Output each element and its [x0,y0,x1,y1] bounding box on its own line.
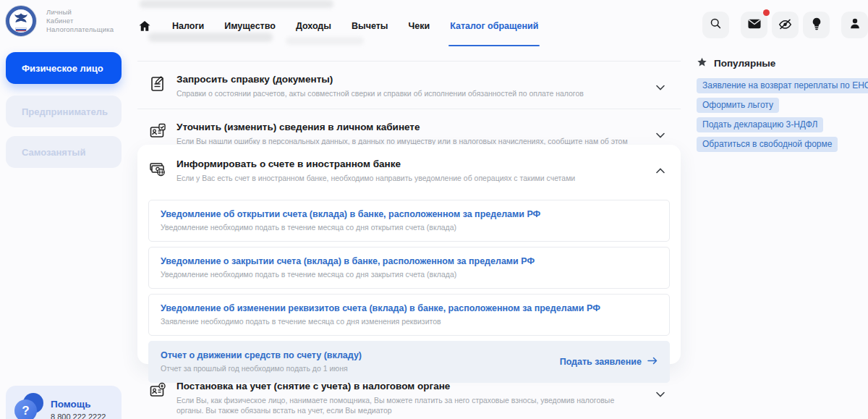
id-card-plus-icon [148,381,167,400]
blurred-text-placeholder [286,37,364,45]
accordion-desc: Если у Вас есть счет в иностранном банке… [176,173,634,183]
profile-individual-button[interactable]: Физическое лицо [6,52,122,84]
popular-link-3ndfl[interactable]: Подать декларацию 3-НДФЛ [697,117,823,132]
blurred-text-placeholder [140,0,333,8]
accordion-tax-registration[interactable]: Постановка на учет (снятие с учета) в на… [137,368,681,419]
hide-amounts-button[interactable] [772,12,799,38]
help-texts: Помощь 8 800 222 2222 [51,393,106,419]
profile-selfemployed-button[interactable]: Самозанятый [6,136,122,168]
chevron-up-icon[interactable] [656,164,665,177]
chevron-down-icon[interactable] [656,80,665,93]
tab-income[interactable]: Доходы [296,21,331,31]
subitem-title: Уведомление об изменении реквизитов счет… [161,303,658,313]
popular-link-benefit[interactable]: Оформить льготу [697,98,779,113]
accordion-body: Уточнить (изменить) сведения в личном ка… [176,122,663,146]
accordion-title: Запросить справку (документы) [176,74,634,85]
popular-header: Популярные [697,57,861,69]
profile-button[interactable] [841,12,868,38]
catalog-list: Запросить справку (документы) Справки о … [137,61,681,156]
fns-emblem-icon [6,6,36,36]
accordion-title: Уточнить (изменить) сведения в личном ка… [176,122,634,132]
subitem-title: Отчет о движении средств по счету (вклад… [161,350,560,360]
money-globe-icon [148,159,167,178]
help-title: Помощь [51,399,106,410]
popular-title: Популярные [714,58,775,69]
mail-icon [748,19,761,32]
arrow-right-icon [647,357,658,367]
chevron-down-icon[interactable] [656,387,665,400]
popular-link-free-form[interactable]: Обратиться в свободной форме [697,137,838,152]
tab-receipts[interactable]: Чеки [409,21,430,31]
accordion-foreign-bank-header[interactable]: Информировать о счете в иностранном банк… [137,145,681,193]
subitem-account-requisites[interactable]: Уведомление об изменении реквизитов счет… [148,294,670,336]
blurred-text-placeholder [148,33,273,42]
home-icon[interactable] [137,19,152,33]
submit-application-label: Подать заявление [560,357,642,367]
tab-catalog-active[interactable]: Каталог обращений [450,21,538,31]
submit-application-link[interactable]: Подать заявление [560,357,658,367]
star-icon [697,57,707,69]
profile-icon [849,17,861,33]
popular-link-ens-refund[interactable]: Заявление на возврат переплаты по ЕНС [697,78,868,93]
search-button[interactable] [702,12,729,38]
accordion-desc: Если Вы, как физическое лицо, нанимаете … [176,395,634,415]
tab-taxes[interactable]: Налоги [172,21,204,31]
search-icon [710,17,722,33]
popular-panel: Популярные Заявление на возврат переплат… [697,57,861,152]
id-card-check-icon [148,122,167,141]
subitem-account-close[interactable]: Уведомление о закрытии счета (вклада) в … [148,247,670,289]
accordion-title: Информировать о счете в иностранном банк… [176,158,634,169]
accordion-body: Постановка на учет (снятие с учета) в на… [176,381,663,415]
subitem-desc: Уведомление необходимо подать в течение … [161,223,658,232]
document-pen-icon [148,75,167,93]
subitem-title: Уведомление об открытии счета (вклада) в… [161,209,658,219]
help-widget[interactable]: ? Помощь 8 800 222 2222 [6,386,122,419]
accordion-foreign-bank-expanded: Информировать о счете в иностранном банк… [137,145,681,364]
help-question-icon: ? [14,393,43,419]
accordion-body: Запросить справку (документы) Справки о … [176,74,663,98]
foreign-bank-sublist: Уведомление об открытии счета (вклада) в… [148,200,670,383]
accordion-desc: Справки о состоянии расчетов, акты совме… [176,88,634,98]
top-navigation: Налоги Имущество Доходы Вычеты Чеки Ката… [137,19,538,33]
accordion-request-certificate[interactable]: Запросить справку (документы) Справки о … [137,62,681,109]
app-logo[interactable]: Личный Кабинет Налогоплательщика [6,6,114,36]
accordion-body: Информировать о счете в иностранном банк… [176,158,663,183]
subitem-account-open[interactable]: Уведомление об открытии счета (вклада) в… [148,200,670,242]
profile-selfemployed-label: Самозанятый [22,147,85,158]
notification-dot [763,9,770,16]
subitem-desc: Заявление необходимо подать в течение ме… [161,317,658,326]
chevron-down-icon[interactable] [656,128,665,141]
profile-individual-label: Физическое лицо [22,63,103,74]
header-actions [702,12,868,38]
profile-entrepreneur-button[interactable]: Предприниматель [6,96,122,127]
popular-links: Заявление на возврат переплаты по ЕНС Оф… [697,78,861,152]
idea-icon [812,17,822,33]
help-phone: 8 800 222 2222 [51,412,106,419]
subitem-desc: Уведомление необходимо подать в течение … [161,270,658,279]
page: Личный Кабинет Налогоплательщика Налоги … [0,0,868,419]
profile-entrepreneur-label: Предприниматель [22,106,108,117]
subitem-title: Уведомление о закрытии счета (вклада) в … [161,256,658,266]
tab-property[interactable]: Имущество [224,21,276,31]
eye-hidden-icon [778,18,792,33]
catalog-list-bottom: Постановка на учет (снятие с учета) в на… [137,368,681,419]
ideas-button[interactable] [803,12,830,38]
logo-title: Личный Кабинет Налогоплательщика [46,8,114,34]
accordion-title: Постановка на учет (снятие с учета) в на… [176,381,634,392]
tab-deductions[interactable]: Вычеты [352,21,388,31]
messages-button[interactable] [741,12,767,38]
